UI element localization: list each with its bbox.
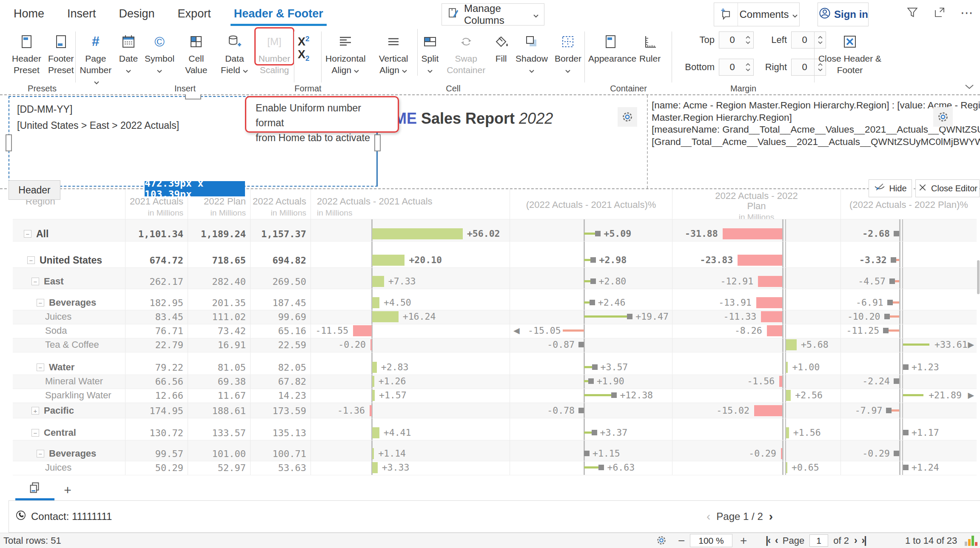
tab-home[interactable]: Home <box>13 0 45 27</box>
split-button[interactable]: Split <box>417 29 442 76</box>
table-row[interactable]: −Beverages99.57101.00100.71+1.14+1.15-0.… <box>13 440 977 461</box>
column-header-delta-py-pct[interactable]: (2022 Actuals - 2021 Actuals)% <box>510 189 672 219</box>
header-right-textbox[interactable]: [name: Acme - Region Master.Region Hiera… <box>652 99 980 148</box>
page-label: Page <box>783 535 804 546</box>
row-label: Beverages <box>49 448 96 459</box>
cell-v2022: 22.59 <box>251 338 311 352</box>
resize-handle-left[interactable] <box>6 134 12 151</box>
page-next-icon[interactable]: › <box>769 510 773 523</box>
vertical-scrollbar[interactable] <box>977 260 980 294</box>
zoom-in-button[interactable]: + <box>740 533 747 548</box>
hide-button[interactable]: Hide <box>869 179 912 197</box>
collapse-icon[interactable]: − <box>31 429 39 437</box>
tab-design[interactable]: Design <box>118 0 156 27</box>
chevron-down-icon <box>402 64 407 76</box>
table-row[interactable]: −All1,101.341,189.241,157.37+56.02+5.09-… <box>13 219 977 241</box>
manage-columns-button[interactable]: Manage Columns <box>442 3 544 26</box>
date-button[interactable]: Date <box>116 29 141 76</box>
collapse-icon[interactable]: − <box>31 278 39 285</box>
cell-v_plan: 73.42 <box>188 324 250 338</box>
table-row[interactable]: Sparkling Water12.6611.6714.23+1.57+12.3… <box>13 389 977 403</box>
page-prev-icon[interactable]: ‹ <box>707 510 710 523</box>
table-row[interactable]: Tea & Coffee22.7916.9122.59-0.20-0.87+5.… <box>13 338 977 352</box>
table-row[interactable]: −United States674.72718.65694.82+20.10+2… <box>13 241 977 267</box>
size-badge: 472.39px x 103.39px <box>145 181 245 196</box>
contact-text: Contact: 11111111 <box>31 511 112 522</box>
cell-value-button[interactable]: Cell Value <box>178 29 214 76</box>
more-icon[interactable]: ⋯ <box>959 4 975 20</box>
data-field-button[interactable]: Data Field <box>215 29 255 76</box>
margin-bottom-field[interactable]: 0 <box>719 59 754 76</box>
gear-icon[interactable] <box>655 534 668 548</box>
table-row[interactable]: +Pacific174.95188.61173.59-1.36-0.78-15.… <box>13 403 977 418</box>
table-row[interactable]: Juices83.45111.0299.69+16.24+19.47-11.33… <box>13 310 977 324</box>
cell-v2021: 83.45 <box>125 309 188 324</box>
column-header-delta-plan[interactable]: 2022 Actuals - 2022 Planin Millions <box>672 189 840 219</box>
phone-icon <box>15 509 27 524</box>
ruler-button[interactable]: Ruler <box>636 29 664 64</box>
gear-icon[interactable] <box>618 107 637 127</box>
cell-v2022: 135.13 <box>251 426 311 440</box>
header-preset-button[interactable]: Header Preset <box>9 29 45 76</box>
collapse-icon[interactable]: − <box>27 256 35 264</box>
collapse-ribbon-icon[interactable] <box>965 83 974 91</box>
swap-icon <box>459 31 474 53</box>
ribbon: HomeInsertDesignExportHeader & Footer Ma… <box>0 0 980 94</box>
appearance-button[interactable]: Appearance <box>585 29 636 64</box>
border-button[interactable]: Border <box>551 29 585 76</box>
expand-icon[interactable] <box>932 4 948 20</box>
collapse-icon[interactable]: − <box>37 363 44 371</box>
horizontal-align-button[interactable]: Horizontal Align <box>322 29 370 76</box>
group-label: Presets <box>9 84 76 94</box>
prev-page-button[interactable]: ‹ <box>775 535 778 546</box>
last-page-button[interactable]: ›| <box>862 535 866 546</box>
comments-button[interactable]: Comments <box>714 3 800 26</box>
sheet-tab-bar: + <box>0 480 980 500</box>
table-row[interactable]: −Central130.72133.57135.13+4.41+3.37+1.5… <box>13 418 977 440</box>
vertical-align-button[interactable]: Vertical Align <box>370 29 418 76</box>
fill-button[interactable]: Fill <box>490 29 512 64</box>
table-row[interactable]: −Water79.2281.0582.05+2.83+3.57+1.00+1.2… <box>13 352 977 375</box>
gear-icon[interactable] <box>933 107 953 127</box>
table-row[interactable]: Juices50.2952.9753.63+3.33+6.63+0.65+1.2… <box>13 461 977 475</box>
column-header-2022-actuals[interactable]: 2022 Actualsin Millions <box>250 189 311 219</box>
sheet-tab-active[interactable] <box>15 480 54 500</box>
add-sheet-button[interactable]: + <box>57 480 78 500</box>
expand-icon[interactable]: + <box>31 407 39 415</box>
close-editor-button[interactable]: Close Editor <box>915 179 980 197</box>
row-label: Pacific <box>44 405 74 416</box>
tab-export[interactable]: Export <box>177 0 212 27</box>
collapse-icon[interactable]: − <box>37 299 44 307</box>
table-row[interactable]: Soda76.7173.4265.16-11.55◀-15.05-8.26-11… <box>13 324 977 338</box>
table-row[interactable]: −East262.17282.40269.50+7.33+2.80-12.91-… <box>13 267 977 289</box>
table-row[interactable]: −Beverages182.95201.35187.45+4.50+2.46-1… <box>13 289 977 310</box>
field-binding-text: Master.Region Hierarchy.Region] <box>652 112 980 124</box>
margin-top-field[interactable]: 0 <box>719 31 754 48</box>
header-section-tab[interactable]: Header <box>9 180 60 200</box>
footer-preset-button[interactable]: Footer Preset <box>45 29 77 76</box>
close-header-footer-button[interactable]: Close Header & Footer <box>815 29 885 76</box>
column-header-delta-py[interactable]: 2022 Actuals - 2021 Actualsin Millions <box>311 189 510 219</box>
collapse-icon[interactable]: − <box>37 450 44 457</box>
page-number-input[interactable] <box>809 534 828 547</box>
page-number-button[interactable]: #Page Number <box>76 29 116 87</box>
symbol-button[interactable]: ©Symbol <box>141 29 178 76</box>
first-page-button[interactable]: |‹ <box>766 535 770 546</box>
zoom-out-button[interactable]: − <box>678 533 685 548</box>
next-page-button[interactable]: › <box>854 535 857 546</box>
filter-icon[interactable] <box>904 4 920 20</box>
cell-v_plan: 69.38 <box>188 374 250 389</box>
cell-v2021: 99.57 <box>125 446 188 461</box>
zoom-level[interactable]: 100 % <box>690 534 732 547</box>
field-binding-text: [Grand__Total__Acme__Values__2021__Actua… <box>652 136 980 148</box>
tab-insert[interactable]: Insert <box>66 0 97 27</box>
collapse-icon[interactable]: − <box>24 230 31 238</box>
shadow-button[interactable]: Shadow <box>512 29 551 76</box>
superscript-subscript-buttons[interactable]: X2X2 <box>294 29 313 67</box>
group-label: Cell <box>322 84 585 94</box>
row-range-label: 1 to 14 of 23 <box>905 533 957 548</box>
tab-header-footer[interactable]: Header & Footer <box>233 0 324 27</box>
table-row[interactable]: Mineral Water66.5669.3867.82+1.26+1.90-1… <box>13 375 977 389</box>
chevron-down-icon <box>119 64 138 76</box>
sign-in-button[interactable]: Sign in <box>818 3 869 26</box>
